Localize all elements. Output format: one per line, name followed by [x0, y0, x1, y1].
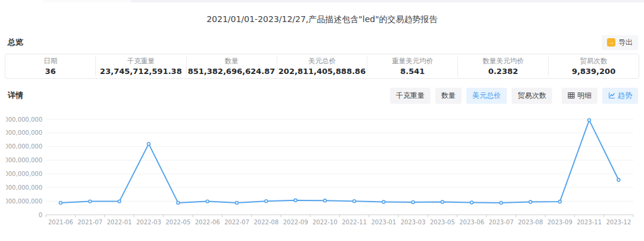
overview-stat: 美元总价202,811,405,888.86: [277, 56, 368, 76]
svg-text:2023-05: 2023-05: [430, 219, 455, 225]
svg-text:2023-06: 2023-06: [459, 219, 484, 225]
stat-label: 千克重量: [96, 57, 186, 66]
top-edge-segment: [0, 0, 43, 2]
svg-text:5,000,000,000: 5,000,000,000: [6, 198, 42, 205]
export-button[interactable]: → 导出: [602, 35, 638, 50]
svg-text:2022-05: 2022-05: [166, 219, 191, 225]
stat-value: 9,839,200: [549, 67, 639, 76]
svg-text:2022-09: 2022-09: [283, 219, 308, 225]
top-edge-strip: [0, 0, 644, 2]
svg-text:2023-03: 2023-03: [401, 219, 426, 225]
export-button-label: 导出: [618, 38, 633, 48]
table-icon: [568, 92, 575, 99]
metric-button[interactable]: 美元总价: [466, 88, 507, 104]
svg-text:20,000,000,000: 20,000,000,000: [6, 157, 42, 163]
stat-label: 重量美元均价: [367, 57, 457, 66]
stat-label: 日期: [5, 57, 95, 66]
svg-text:30,000,000,000: 30,000,000,000: [6, 129, 42, 136]
trend-chart-area: 05,000,000,00010,000,000,00015,000,000,0…: [6, 109, 639, 234]
view-button-label: 明细: [577, 91, 592, 101]
svg-text:35,000,000,000: 35,000,000,000: [6, 116, 42, 123]
stat-label: 数量美元均价: [458, 57, 548, 66]
svg-text:25,000,000,000: 25,000,000,000: [6, 143, 42, 150]
svg-text:2022-08: 2022-08: [253, 219, 278, 225]
svg-text:2022-03: 2022-03: [136, 219, 161, 225]
overview-stat: 数量美元均价0.2382: [458, 56, 549, 76]
svg-text:15,000,000,000: 15,000,000,000: [6, 171, 42, 177]
detail-view-button[interactable]: 明细: [562, 88, 597, 104]
metric-button[interactable]: 贸易次数: [512, 88, 552, 104]
detail-section-label: 详情: [6, 90, 23, 101]
svg-text:2022-01: 2022-01: [107, 219, 132, 225]
metric-button-group: 千克重量数量美元总价贸易次数: [390, 88, 552, 104]
svg-text:2022-07: 2022-07: [224, 219, 249, 225]
svg-text:2021-07: 2021-07: [78, 219, 103, 225]
overview-stats-bar: 日期36千克重量23,745,712,591.38数量851,382,696,6…: [5, 54, 639, 79]
stat-value: 851,382,696,624.87: [187, 67, 277, 76]
stat-value: 8.541: [367, 67, 457, 76]
svg-text:2023-01: 2023-01: [371, 219, 396, 225]
metric-button[interactable]: 数量: [435, 88, 462, 104]
overview-stat: 千克重量23,745,712,591.38: [96, 56, 187, 76]
svg-text:2023-11: 2023-11: [577, 219, 602, 225]
overview-section-label: 总览: [6, 37, 23, 48]
svg-text:0: 0: [39, 212, 42, 218]
overview-stat: 重量美元均价8.541: [367, 56, 458, 76]
svg-text:2022-06: 2022-06: [195, 219, 220, 225]
overview-header-row: 总览 → 导出: [0, 35, 644, 50]
top-edge-segment: [43, 0, 131, 2]
stat-label: 贸易次数: [549, 57, 639, 66]
stat-label: 数量: [187, 57, 277, 66]
overview-stat: 日期36: [5, 56, 96, 76]
page-title: 2021/01/01-2023/12/27,产品描述包含"led"的交易趋势报告: [0, 14, 644, 25]
svg-text:2023-08: 2023-08: [518, 219, 543, 225]
view-button-group: 明细趋势: [562, 88, 638, 104]
svg-text:2022-10: 2022-10: [312, 219, 338, 225]
trend-chart: 05,000,000,00010,000,000,00015,000,000,0…: [6, 109, 639, 234]
trend-chart-icon: [608, 92, 615, 99]
metric-button[interactable]: 千克重量: [390, 88, 431, 104]
svg-text:2022-11: 2022-11: [342, 219, 367, 225]
overview-stat: 贸易次数9,839,200: [549, 56, 639, 76]
svg-text:10,000,000,000: 10,000,000,000: [6, 184, 42, 191]
svg-text:2021-06: 2021-06: [48, 219, 73, 225]
stat-value: 36: [5, 67, 95, 76]
stat-label: 美元总价: [277, 57, 367, 66]
svg-text:2023-09: 2023-09: [547, 219, 572, 225]
overview-stat: 数量851,382,696,624.87: [187, 56, 277, 76]
stat-value: 0.2382: [458, 67, 548, 76]
stat-value: 202,811,405,888.86: [277, 67, 367, 76]
svg-text:2023-07: 2023-07: [488, 219, 513, 225]
detail-header-row: 详情 千克重量数量美元总价贸易次数 明细趋势: [0, 88, 644, 103]
svg-text:2023-12: 2023-12: [606, 219, 631, 225]
trend-view-button[interactable]: 趋势: [602, 88, 638, 104]
export-icon: →: [607, 38, 615, 47]
detail-toolbar: 千克重量数量美元总价贸易次数 明细趋势: [390, 88, 638, 104]
view-button-label: 趋势: [618, 91, 632, 101]
stat-value: 23,745,712,591.38: [96, 67, 186, 76]
